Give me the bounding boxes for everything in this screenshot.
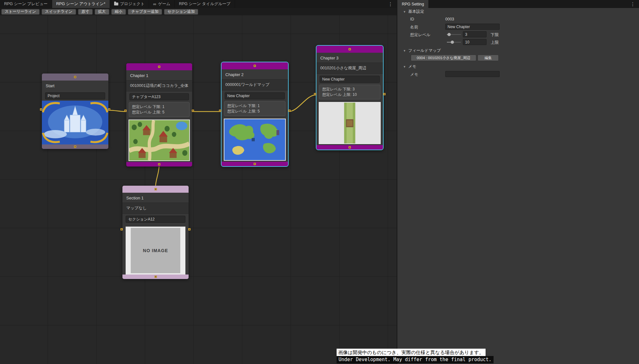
tab-label: RPG シーン アウトライン* — [56, 1, 105, 7]
port-right[interactable] — [288, 110, 291, 112]
port-bottom[interactable] — [74, 146, 76, 148]
port-right[interactable] — [192, 110, 194, 112]
level-min-label: 想定レベル 下限: 1 — [132, 104, 186, 110]
node-footer — [222, 162, 288, 166]
tab-game[interactable]: ∞ ゲーム — [149, 0, 175, 8]
slider-knob[interactable] — [451, 41, 454, 44]
level-min-input[interactable] — [463, 31, 487, 37]
node-title: Section 1 — [122, 193, 189, 203]
edge-chapter2-to-chapter3[interactable] — [289, 95, 316, 112]
project-input[interactable] — [45, 92, 105, 99]
port-right[interactable] — [188, 228, 191, 230]
port-bottom[interactable] — [254, 163, 256, 165]
node-graph-canvas[interactable]: Start — [0, 15, 397, 364]
edge-start-to-chapter1[interactable] — [108, 110, 126, 112]
zoom-out-button[interactable]: 縮小 — [111, 9, 126, 15]
foldout-icon: ▼ — [403, 49, 406, 52]
inspector-menu-icon[interactable]: ⋮ — [627, 0, 639, 8]
id-row: ID 0003 — [397, 15, 639, 23]
node-footer — [126, 162, 192, 167]
node-header[interactable] — [316, 46, 383, 53]
port-right[interactable] — [383, 93, 386, 95]
foldout-label: フィールドマップ — [408, 48, 441, 53]
level-min-slider[interactable] — [447, 32, 461, 37]
name-input[interactable] — [445, 24, 500, 30]
foldout-label: 基本設定 — [408, 9, 424, 14]
map-thumbnail-worldmap — [224, 119, 286, 161]
tab-rpg-scene-outline[interactable]: RPG シーン アウトライン* — [52, 0, 110, 8]
chapter-name-field-wrap — [225, 92, 285, 99]
port-top[interactable] — [254, 65, 256, 67]
zoom-in-button[interactable]: 拡大 — [95, 9, 109, 15]
foldout-memo[interactable]: ▼ メモ — [397, 63, 639, 70]
node-header[interactable] — [126, 63, 192, 70]
node-title: Chapter 3 — [316, 53, 383, 63]
node-section-1[interactable]: Section 1 マップなし NO IMAGE — [122, 186, 189, 279]
level-range-box: 想定レベル 下限: 3 想定レベル 上限: 10 — [319, 85, 380, 99]
port-left[interactable] — [40, 108, 42, 111]
start-thumbnail-castle — [42, 101, 108, 144]
port-bottom[interactable] — [158, 163, 160, 166]
chapter-name-input[interactable] — [129, 93, 189, 100]
tab-rpg-setting[interactable]: RPG Setting — [397, 0, 428, 8]
node-chapter-3[interactable]: Chapter 3 0010201小さな廃屋_周辺 想定レベル 下限: 3 想定… — [316, 45, 384, 150]
switchline-button[interactable]: スイッチライン — [42, 9, 76, 15]
foldout-icon: ▼ — [403, 10, 406, 13]
node-map-label: 0010001辺境の町ココカラ_全体 — [126, 80, 192, 91]
tab-rpg-scene-preview[interactable]: RPG シーン プレビュー — [0, 0, 52, 8]
node-start[interactable]: Start — [42, 74, 108, 149]
tab-project[interactable]: プロジェクト — [110, 0, 149, 8]
foldout-basic-settings[interactable]: ▼ 基本設定 — [397, 8, 639, 15]
storyline-button[interactable]: ストーリーライン — [1, 9, 40, 15]
port-top[interactable] — [158, 66, 160, 68]
port-left[interactable] — [121, 228, 123, 230]
chapter-name-input[interactable] — [225, 92, 285, 99]
disclaimer-en: Under Development. May differ from the f… — [337, 356, 494, 363]
name-row: 名前 — [397, 23, 639, 31]
node-header[interactable] — [42, 74, 108, 81]
memo-label: メモ — [410, 72, 418, 77]
foldout-icon: ▼ — [403, 65, 406, 68]
port-left[interactable] — [124, 110, 127, 112]
field-map-button[interactable]: 0004 : 0010201小さな廃屋_周辺 — [411, 55, 476, 61]
port-bottom[interactable] — [349, 146, 351, 149]
section-name-field-wrap — [126, 216, 185, 223]
level-max-slider[interactable] — [447, 39, 461, 45]
main-tab-strip: RPG シーン プレビュー RPG シーン アウトライン* プロジェクト ∞ ゲ… — [0, 0, 397, 8]
tab-rpg-scene-tilegroup[interactable]: RPG シーン タイルグループ — [175, 0, 235, 8]
tab-label: プロジェクト — [120, 1, 145, 7]
add-section-button[interactable]: セクション追加 — [164, 9, 198, 15]
disclaimer-jp: 画像は開発中のものにつき、実際の仕様と異なる場合があります。 — [337, 349, 486, 356]
port-left[interactable] — [314, 93, 316, 95]
slider-knob[interactable] — [448, 33, 451, 36]
level-max-label: 想定レベル 上限: 10 — [322, 92, 377, 97]
project-field-wrap — [45, 92, 105, 99]
level-label: 想定レベル — [410, 32, 430, 38]
level-max-label: 想定レベル 上限: 5 — [227, 109, 282, 114]
level-max-input[interactable] — [463, 39, 487, 45]
node-chapter-1[interactable]: Chapter 1 0010001辺境の町ココカラ_全体 想定レベル 下限: 1… — [126, 63, 192, 167]
level-min-row: 想定レベル 下限 — [397, 31, 639, 38]
port-top[interactable] — [349, 48, 351, 50]
add-chapter-button[interactable]: チャプター追加 — [128, 9, 162, 15]
edit-button[interactable]: 編集 — [478, 55, 499, 61]
id-label: ID — [410, 17, 414, 21]
section-name-input[interactable] — [126, 216, 185, 223]
node-map-label: マップなし — [122, 203, 189, 214]
node-header[interactable] — [122, 186, 189, 193]
chapter-name-input[interactable] — [320, 76, 380, 83]
memo-input[interactable] — [445, 71, 500, 77]
foldout-field-map[interactable]: ▼ フィールドマップ — [397, 47, 639, 54]
node-chapter-2[interactable]: Chapter 2 0000001ワールドマップ 想定レベル 下限: 1 想定レ… — [221, 62, 289, 167]
actual-size-button[interactable]: 原寸 — [78, 9, 93, 15]
port-left[interactable] — [219, 110, 221, 112]
port-top[interactable] — [74, 76, 76, 78]
level-max-label: 想定レベル 上限: 5 — [132, 110, 186, 115]
port-bottom[interactable] — [154, 276, 157, 278]
level-max-suffix: 上限 — [491, 40, 499, 45]
port-top[interactable] — [154, 188, 157, 190]
tabbar-menu-icon[interactable]: ⋮ — [384, 0, 397, 8]
outline-toolbar: ストーリーライン スイッチライン 原寸 拡大 縮小 チャプター追加 セクション追… — [0, 8, 397, 15]
node-header[interactable] — [222, 62, 288, 69]
port-right[interactable] — [108, 108, 110, 111]
